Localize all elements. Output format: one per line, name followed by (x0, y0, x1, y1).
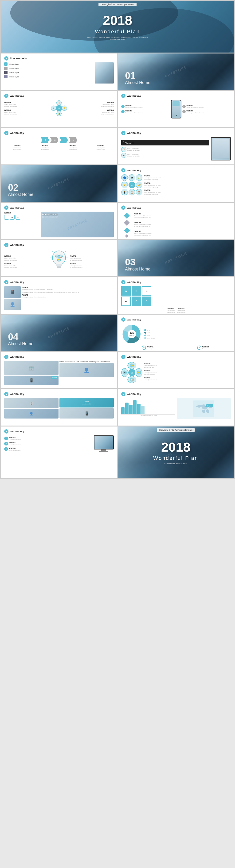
wanna-say-title-9: wanna say (10, 281, 24, 284)
svg-rect-9 (57, 266, 61, 267)
photo-label-1: wanna (22, 286, 114, 288)
coll-phone: 📱 (59, 408, 114, 418)
cell-wanna-2: wanna (177, 307, 185, 310)
bar-2 (125, 403, 129, 414)
quote-tiny-2: sit amet consectetur (127, 155, 140, 157)
wanna-right-2: wanna (69, 109, 114, 111)
wanna-say-title-5: wanna say (127, 169, 141, 172)
svg-point-40 (205, 405, 206, 407)
bulb-right-2: wanna (70, 262, 114, 265)
slide-icon-13: ● (4, 355, 8, 359)
svg-text:📋: 📋 (60, 255, 62, 257)
grid-cells-slide: ● wanna say A B C A B C wanna Lorem ipsu… (118, 277, 234, 314)
wanna-left-2: wanna (4, 109, 49, 111)
list-label-3: title analysis (9, 71, 19, 74)
arrow-label-3: wanna (69, 145, 77, 147)
cell-6: C (142, 297, 151, 306)
copyright-text: Copyright © http://www.pptstore.net (99, 3, 136, 6)
wanna-say-title: wanna say (10, 94, 24, 97)
teal-banner: wannaLorem ipsum dolor (59, 398, 114, 407)
photo-sub-1: Lorem ipsum dolor sit amet consectetur a… (22, 288, 114, 290)
pie-icon-2: ◉ (197, 346, 201, 350)
slide-icon-16: ● (121, 392, 126, 396)
pie-wanna-sub-1: Lorem ipsum (147, 348, 155, 350)
promo-icon-3: ✦ (16, 215, 20, 220)
pie-chart: 26% Lorem (121, 323, 142, 345)
bulb-right-1: wanna (70, 255, 114, 257)
tablet-quote-slide: ● wanna say " Almost H 📋 Lorem ipsum dol… (118, 128, 234, 164)
flower-label-1: wanna (144, 362, 231, 365)
arrow-2: ⚙ (50, 137, 58, 143)
wanna-ph-1: wanna (126, 104, 142, 107)
section-04-num: 04 (8, 332, 33, 341)
svg-rect-2 (124, 220, 130, 226)
tablet-mockup (211, 137, 231, 160)
slide-icon-12: ● (121, 317, 126, 322)
svg-rect-10 (57, 267, 61, 268)
photo-desc: Lorem ipsum dolor sit amet, consectetur … (22, 291, 114, 293)
slide-icon-6: ● (121, 168, 126, 173)
arrow-shapes-slide: ● wanna say ⚙ ⚙ ↗ ✓ wanna Lorem ipsumdol… (1, 128, 117, 164)
section-03-num: 03 (125, 257, 150, 267)
phone-mockup: 📱 (171, 100, 181, 119)
wanna-gear-3: wanna (144, 189, 231, 191)
wanna-say-title-7: wanna say (127, 206, 141, 209)
cell-3: C (142, 286, 151, 296)
list-num-3: 3 (4, 71, 7, 74)
quote-sub-2: Lorem ipsum dolor (127, 153, 140, 155)
diamond-sub-1: Lorem ipsum dolor sit ametconsectetur ad… (134, 215, 231, 219)
wanna-left-1: wanna (4, 101, 49, 103)
cell-5: B (132, 297, 141, 306)
title-subtitle: Wonderful Plan (95, 29, 140, 35)
pie-icon-1: ◉ (142, 346, 146, 350)
coll-photo-2: 👤 (4, 409, 58, 418)
cell-2: B (132, 286, 141, 296)
svg-rect-0 (124, 213, 130, 219)
arrow-sub-3: Lorem ipsumdolor sit amet (69, 147, 77, 151)
bulb-sub-1: Lorem ipsum dolorsit amet consectetur (4, 257, 48, 261)
diamond-sub-2: Lorem ipsum dolor sit ametconsectetur ad… (134, 223, 231, 227)
monitor-mockup (93, 435, 114, 452)
bar-1 (121, 407, 125, 414)
pie-wanna-2: wanna (202, 346, 211, 348)
pie-wanna-sub-2: Lorem ipsum (202, 348, 211, 350)
wanna-sub-4: Lorem ipsum dolorsit amet consectetur (69, 111, 114, 115)
diamond-label-3: wanna (134, 230, 231, 232)
list-num-2: 2 (4, 67, 7, 70)
flower-sub-3: Lorem ipsum dolor sitamet consectetur (144, 379, 231, 383)
slide-icon-3: ● (121, 94, 126, 98)
legend-label-2: 16% (147, 332, 150, 334)
monitor-sub-3: Lorem ipsum dolor (9, 449, 21, 451)
wanna-sub-3: Lorem ipsum dolorsit amet consectetur (69, 103, 114, 107)
promo-icon-2: ◎ (10, 215, 15, 220)
wanna-sub-2: Lorem ipsum dolorsit amet consectetur (4, 111, 49, 115)
flower-diagram-slide: ● wanna say ⊞ 🔑 📋 ⚙ (118, 352, 234, 388)
list-num-4: 4 (4, 75, 7, 79)
list-label-4: title analysis (9, 76, 19, 78)
slide-icon-14: ● (121, 355, 126, 359)
arrow-4: ✓ (69, 137, 77, 143)
monitor-sub-1: Lorem ipsum dolor (9, 439, 21, 440)
svg-line-18 (52, 251, 53, 252)
svg-text:$ 1,547: $ 1,547 (207, 405, 212, 407)
legend-label-1: 32% (147, 329, 150, 331)
flower-sub-2: Lorem ipsum dolor sitamet consectetur (144, 372, 231, 376)
gear-grid: 🔵 ⚙ 📊 💡 ★ 🔑 📱 📋 🏠 (121, 174, 142, 195)
legend-label-3: 26% (147, 335, 150, 336)
quote-tiny-1: sit amet consectetur (127, 149, 140, 151)
slide-icon-7: ● (4, 206, 8, 210)
slide-icon-8: ● (121, 206, 126, 210)
arrow-label-2: wanna (41, 145, 49, 147)
pie-chart-slide: ● wanna say 26% Lorem 32% (118, 315, 234, 351)
wanna-say-title-16: wanna say (10, 430, 24, 433)
slide-icon-4: ● (4, 131, 8, 135)
slide-icon-15: ● (4, 392, 8, 396)
diamond-label-1: wanna (134, 213, 231, 215)
circle-diagram: ⊞ 📋 📊 💡 🔑 (51, 100, 68, 117)
quote-box: " Almost H (121, 140, 209, 146)
final-copyright: Copyright © http://www.pptstore.net (157, 428, 195, 432)
section-01-slide: PPTSTORE 01 Almost Home (118, 54, 234, 90)
list-label-1: title analysis (9, 63, 19, 65)
wanna-sub-1: Lorem ipsum dolorsit amet consectetur (4, 103, 49, 107)
svg-text:26%: 26% (130, 332, 134, 334)
